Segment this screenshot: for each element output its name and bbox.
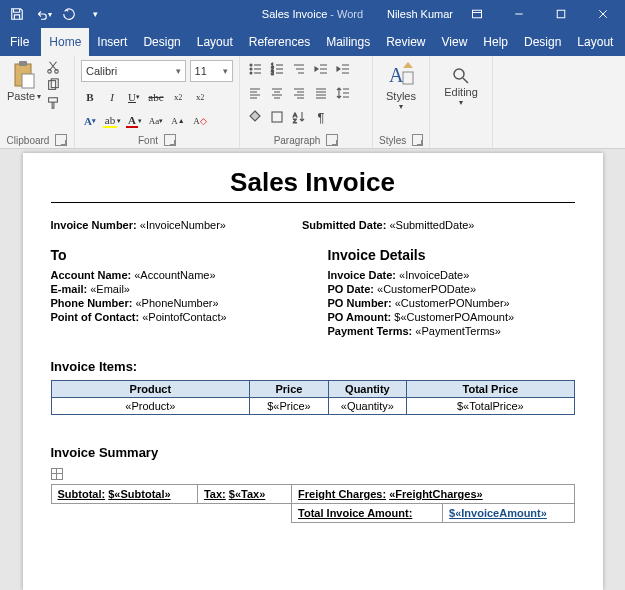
- bullets-button[interactable]: [246, 60, 264, 78]
- paste-button[interactable]: Paste▾: [6, 60, 42, 112]
- superscript-button[interactable]: x2: [191, 88, 209, 106]
- font-size-select[interactable]: 11▾: [190, 60, 233, 82]
- table-row: «Product» $«Price» «Quantity» $«TotalPri…: [51, 398, 574, 415]
- align-center-button[interactable]: [268, 84, 286, 102]
- paragraph-launcher[interactable]: [326, 134, 338, 146]
- align-left-button[interactable]: [246, 84, 264, 102]
- table-row: Total Invoice Amount: $«InvoiceAmount»: [51, 504, 574, 523]
- tell-me[interactable]: Tell me: [621, 28, 625, 56]
- tab-help[interactable]: Help: [475, 28, 516, 56]
- group-editing: Editing▾: [430, 56, 493, 148]
- table-row: Subtotal: $«Subtotal» Tax: $«Tax» Freigh…: [51, 485, 574, 504]
- tab-references[interactable]: References: [241, 28, 318, 56]
- tab-table-design[interactable]: Design: [516, 28, 569, 56]
- change-case-button[interactable]: Aa▾: [147, 112, 165, 130]
- clear-formatting-button[interactable]: A◇: [191, 112, 209, 130]
- svg-text:3: 3: [271, 70, 274, 76]
- tab-view[interactable]: View: [434, 28, 476, 56]
- underline-button[interactable]: U▾: [125, 88, 143, 106]
- document-area[interactable]: Sales Invoice Invoice Number: «InvoiceNu…: [0, 149, 625, 590]
- svg-rect-0: [473, 10, 482, 18]
- title-bar: ▾ ▾ Sales Invoice - Word Nilesh Kumar: [0, 0, 625, 28]
- svg-rect-14: [49, 98, 58, 102]
- styles-launcher[interactable]: [412, 134, 423, 146]
- qat-customize-button[interactable]: ▾: [84, 3, 106, 25]
- font-launcher[interactable]: [164, 134, 176, 146]
- summary-heading: Invoice Summary: [51, 445, 575, 460]
- italic-button[interactable]: I: [103, 88, 121, 106]
- align-right-button[interactable]: [290, 84, 308, 102]
- user-name: Nilesh Kumar: [387, 8, 453, 20]
- multilevel-button[interactable]: [290, 60, 308, 78]
- grow-font-button[interactable]: A▲: [169, 112, 187, 130]
- app-name: - Word: [327, 8, 363, 20]
- font-color-button[interactable]: A▾: [125, 112, 143, 130]
- numbering-button[interactable]: 123: [268, 60, 286, 78]
- copy-button[interactable]: [46, 78, 60, 94]
- group-styles: A Styles▾ Styles: [373, 56, 430, 148]
- font-name-select[interactable]: Calibri▾: [81, 60, 186, 82]
- justify-button[interactable]: [312, 84, 330, 102]
- svg-text:A: A: [389, 64, 404, 86]
- subscript-button[interactable]: x2: [169, 88, 187, 106]
- group-paragraph: 123 AZ ¶ Paragraph: [240, 56, 373, 148]
- tab-mailings[interactable]: Mailings: [318, 28, 378, 56]
- cut-button[interactable]: [46, 60, 60, 76]
- svg-text:Z: Z: [293, 118, 297, 124]
- ribbon: Paste▾ Clipboard Calibri▾ 11▾ B I U▾ abc: [0, 56, 625, 149]
- sort-button[interactable]: AZ: [290, 108, 308, 126]
- strikethrough-button[interactable]: abc: [147, 88, 165, 106]
- svg-rect-1: [557, 10, 565, 18]
- document-name: Sales Invoice: [262, 8, 327, 20]
- svg-rect-25: [403, 72, 413, 84]
- bold-button[interactable]: B: [81, 88, 99, 106]
- tab-layout[interactable]: Layout: [189, 28, 241, 56]
- page[interactable]: Sales Invoice Invoice Number: «InvoiceNu…: [23, 153, 603, 590]
- clipboard-launcher[interactable]: [55, 134, 67, 146]
- ribbon-tabs: File Home Insert Design Layout Reference…: [0, 28, 625, 56]
- summary-table: Subtotal: $«Subtotal» Tax: $«Tax» Freigh…: [51, 484, 575, 523]
- to-column: To Account Name: «AccountName» E-mail: «…: [51, 247, 298, 339]
- tab-review[interactable]: Review: [378, 28, 433, 56]
- table-header-row: Product Price Quantity Total Price: [51, 381, 574, 398]
- borders-button[interactable]: [268, 108, 286, 126]
- format-painter-button[interactable]: [46, 96, 60, 112]
- svg-point-17: [250, 72, 252, 74]
- svg-point-16: [250, 68, 252, 70]
- tab-home[interactable]: Home: [41, 28, 89, 56]
- maximize-button[interactable]: [543, 0, 579, 28]
- text-effects-button[interactable]: A▾: [81, 112, 99, 130]
- items-heading: Invoice Items:: [51, 359, 575, 374]
- tab-file[interactable]: File: [0, 28, 41, 56]
- editing-button[interactable]: Editing▾: [436, 60, 486, 107]
- svg-rect-21: [272, 112, 282, 122]
- table-anchor-icon[interactable]: [51, 468, 63, 480]
- svg-point-26: [454, 69, 464, 79]
- tab-insert[interactable]: Insert: [89, 28, 135, 56]
- word-window: ▾ ▾ Sales Invoice - Word Nilesh Kumar Fi…: [0, 0, 625, 590]
- show-marks-button[interactable]: ¶: [312, 108, 330, 126]
- svg-point-15: [250, 64, 252, 66]
- line-spacing-button[interactable]: [334, 84, 352, 102]
- styles-button[interactable]: A Styles▾: [379, 60, 423, 111]
- svg-rect-8: [19, 61, 27, 66]
- tab-table-layout[interactable]: Layout: [569, 28, 621, 56]
- tab-design[interactable]: Design: [135, 28, 188, 56]
- highlight-button[interactable]: ab▾: [103, 112, 121, 130]
- undo-button[interactable]: ▾: [32, 3, 54, 25]
- decrease-indent-button[interactable]: [312, 60, 330, 78]
- redo-button[interactable]: [58, 3, 80, 25]
- ribbon-display-button[interactable]: [459, 0, 495, 28]
- items-table: Product Price Quantity Total Price «Prod…: [51, 380, 575, 415]
- minimize-button[interactable]: [501, 0, 537, 28]
- invoice-title: Sales Invoice: [51, 167, 575, 203]
- shading-button[interactable]: [246, 108, 264, 126]
- details-heading: Invoice Details: [328, 247, 575, 263]
- invoice-columns: To Account Name: «AccountName» E-mail: «…: [51, 247, 575, 339]
- quick-access-toolbar: ▾ ▾: [0, 3, 106, 25]
- close-button[interactable]: [585, 0, 621, 28]
- group-clipboard: Paste▾ Clipboard: [0, 56, 75, 148]
- save-button[interactable]: [6, 3, 28, 25]
- increase-indent-button[interactable]: [334, 60, 352, 78]
- window-title: Sales Invoice - Word: [262, 8, 363, 20]
